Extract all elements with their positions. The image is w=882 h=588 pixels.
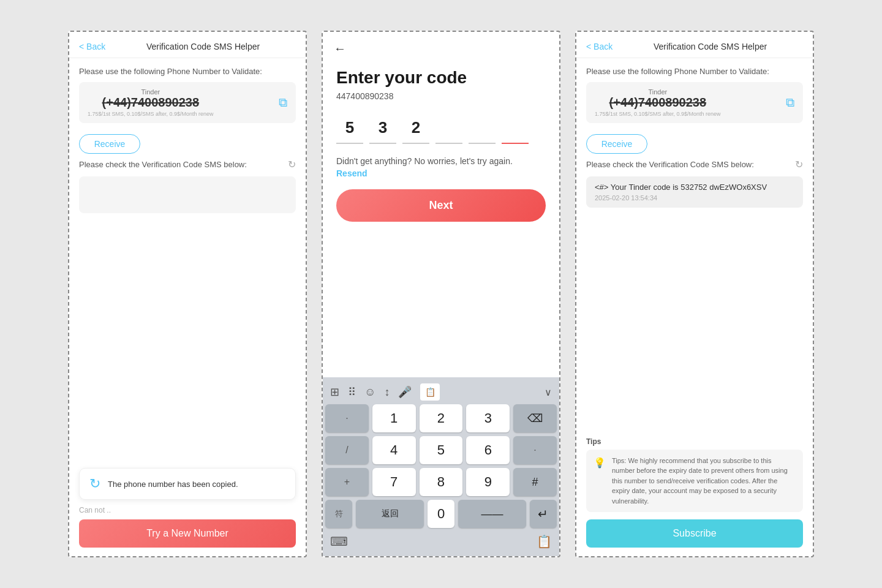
key-symbol[interactable]: 符 <box>325 500 352 528</box>
code-box-2[interactable]: 2 <box>402 112 429 144</box>
copy-icon[interactable]: ⧉ <box>279 96 287 110</box>
panel2-body: Enter your code 447400890238 5 3 2 Didn'… <box>323 62 559 377</box>
panel3-back-button[interactable]: < Back <box>586 42 612 51</box>
chevron-down-icon[interactable]: ∨ <box>545 386 552 398</box>
key-8[interactable]: 8 <box>420 468 463 496</box>
panel3-check-text: Please check the Verification Code SMS b… <box>586 159 803 170</box>
panel-3: < Back Verification Code SMS Helper Plea… <box>575 31 814 557</box>
panel1-body: Please use the following Phone Number to… <box>69 58 306 556</box>
key-6[interactable]: 6 <box>466 436 510 464</box>
panel1-number-info: Tinder (+44)7400890238 1.75$/1st SMS, 0.… <box>88 88 214 117</box>
panel1-toast-text: The phone number has been copied. <box>108 480 238 489</box>
key-0[interactable]: 0 <box>428 500 454 528</box>
panel1-copied-toast: ↻ The phone number has been copied. <box>79 468 296 500</box>
panel3-validate-text: Please use the following Phone Number to… <box>586 67 803 76</box>
key-space[interactable]: —— <box>458 500 526 528</box>
keyboard-toolbar: ⊞ ⠿ ☺ ↕ 🎤 📋 ∨ <box>323 382 559 404</box>
panel3-title: Verification Code SMS Helper <box>617 42 803 51</box>
code-box-0[interactable]: 5 <box>336 112 363 144</box>
new-number-button[interactable]: Try a New Number <box>79 519 296 548</box>
panel2-title: Enter your code <box>336 68 546 88</box>
paste-icon[interactable]: 📋 <box>420 383 440 401</box>
panel3-sms-time: 2025-02-20 13:54:34 <box>595 194 794 202</box>
panel3-number-value: (+44)7400890238 <box>595 96 721 110</box>
keyboard-rows: · 1 2 3 ⌫ / 4 5 6 · + 7 8 9 # 符 <box>323 404 559 528</box>
panel1-number-box: Tinder (+44)7400890238 1.75$/1st SMS, 0.… <box>79 82 296 123</box>
key-1[interactable]: 1 <box>372 404 416 432</box>
panel2-no-code-text: Didn't get anything? No worries, let's t… <box>336 156 546 166</box>
key-slash[interactable]: / <box>325 436 369 464</box>
refresh-circle-icon: ↻ <box>89 476 100 492</box>
panel3-spacer <box>586 214 803 437</box>
code-box-5[interactable] <box>502 112 529 144</box>
panel1-service-label: Tinder <box>88 88 214 96</box>
panel1-back-button[interactable]: < Back <box>79 42 105 51</box>
refresh-icon[interactable]: ↻ <box>288 159 296 170</box>
panel3-refresh-icon[interactable]: ↻ <box>795 159 803 170</box>
panel3-copy-icon[interactable]: ⧉ <box>786 96 794 110</box>
panel3-sms-box: <#> Your Tinder code is 532752 dwEzWOx6X… <box>586 176 803 208</box>
panel3-body: Please use the following Phone Number to… <box>576 58 813 556</box>
emoji-icon[interactable]: ☺ <box>364 386 375 399</box>
keyboard-clipboard-icon[interactable]: 📋 <box>537 534 552 549</box>
panel3-number-info: Tinder (+44)7400890238 1.75$/1st SMS, 0.… <box>595 88 721 117</box>
key-return-cn[interactable]: 返回 <box>356 500 424 528</box>
panel3-service-label: Tinder <box>595 88 721 96</box>
code-box-1[interactable]: 3 <box>369 112 396 144</box>
grid-icon[interactable]: ⊞ <box>330 385 339 399</box>
keyboard-bottom-bar: ⌨ 📋 <box>323 532 559 554</box>
panel2-resend-button[interactable]: Resend <box>336 168 546 178</box>
panel2-spacer <box>336 222 546 371</box>
key-enter[interactable]: ↵ <box>530 500 557 528</box>
panel1-validate-text: Please use the following Phone Number to… <box>79 67 296 76</box>
key-period[interactable]: · <box>513 436 557 464</box>
key-2[interactable]: 2 <box>420 404 463 432</box>
keyboard-row-4: 符 返回 0 —— ↵ <box>325 500 557 528</box>
panel3-tips-label: Tips <box>586 437 803 446</box>
key-dot[interactable]: · <box>325 404 369 432</box>
panel1-cannot-text: Can not .. <box>79 506 296 514</box>
panel1-title: Verification Code SMS Helper <box>110 42 296 51</box>
panel2-back-button[interactable]: ← <box>334 42 346 55</box>
mic-icon[interactable]: 🎤 <box>398 385 412 399</box>
panel2-header: ← <box>323 32 559 62</box>
code-box-3[interactable] <box>435 112 462 144</box>
panel3-tips-box: 💡 Tips: We highly recommend that you sub… <box>586 450 803 513</box>
keyboard-row-3: + 7 8 9 # <box>325 468 557 496</box>
delete-key[interactable]: ⌫ <box>513 404 557 432</box>
key-9[interactable]: 9 <box>466 468 510 496</box>
panel2-phone-number: 447400890238 <box>336 91 546 101</box>
panel3-number-box: Tinder (+44)7400890238 1.75$/1st SMS, 0.… <box>586 82 803 123</box>
panel3-number-sub: 1.75$/1st SMS, 0.10$/SMS after, 0.9$/Mon… <box>595 111 721 117</box>
cursor-icon[interactable]: ↕ <box>384 386 390 399</box>
key-hash[interactable]: # <box>513 468 557 496</box>
key-7[interactable]: 7 <box>372 468 416 496</box>
panel3-header: < Back Verification Code SMS Helper <box>576 32 813 58</box>
key-plus[interactable]: + <box>325 468 369 496</box>
panel2-keyboard: ⊞ ⠿ ☺ ↕ 🎤 📋 ∨ · 1 2 3 ⌫ / 4 5 6 · <box>323 377 559 556</box>
key-3[interactable]: 3 <box>466 404 510 432</box>
panel1-number-value: (+44)7400890238 <box>88 96 214 110</box>
panel-1: < Back Verification Code SMS Helper Plea… <box>68 31 307 557</box>
panel2-code-boxes: 5 3 2 <box>336 112 546 144</box>
panel1-number-sub: 1.75$/1st SMS, 0.10$/SMS after, 0.9$/Mon… <box>88 111 214 117</box>
code-box-4[interactable] <box>469 112 496 144</box>
panel3-sms-text: <#> Your Tinder code is 532752 dwEzWOx6X… <box>595 183 794 192</box>
panel1-receive-btn[interactable]: Receive <box>79 134 140 154</box>
toolbar-icons: ⊞ ⠿ ☺ ↕ 🎤 📋 <box>330 383 440 401</box>
keyboard-row-1: · 1 2 3 ⌫ <box>325 404 557 432</box>
panel1-spacer <box>79 219 296 468</box>
keyboard-switch-icon[interactable]: ⌨ <box>330 534 348 549</box>
panel3-receive-btn[interactable]: Receive <box>586 134 647 154</box>
panel-2: ← Enter your code 447400890238 5 3 2 Did… <box>322 31 560 557</box>
next-button[interactable]: Next <box>336 189 546 222</box>
keyboard-row-2: / 4 5 6 · <box>325 436 557 464</box>
key-4[interactable]: 4 <box>372 436 416 464</box>
key-5[interactable]: 5 <box>420 436 463 464</box>
dots-grid-icon[interactable]: ⠿ <box>348 385 356 399</box>
panel1-sms-area <box>79 176 296 213</box>
lightbulb-icon: 💡 <box>594 457 606 469</box>
subscribe-button[interactable]: Subscribe <box>586 519 803 548</box>
panel1-header: < Back Verification Code SMS Helper <box>69 32 306 58</box>
panel1-check-text: Please check the Verification Code SMS b… <box>79 159 296 170</box>
